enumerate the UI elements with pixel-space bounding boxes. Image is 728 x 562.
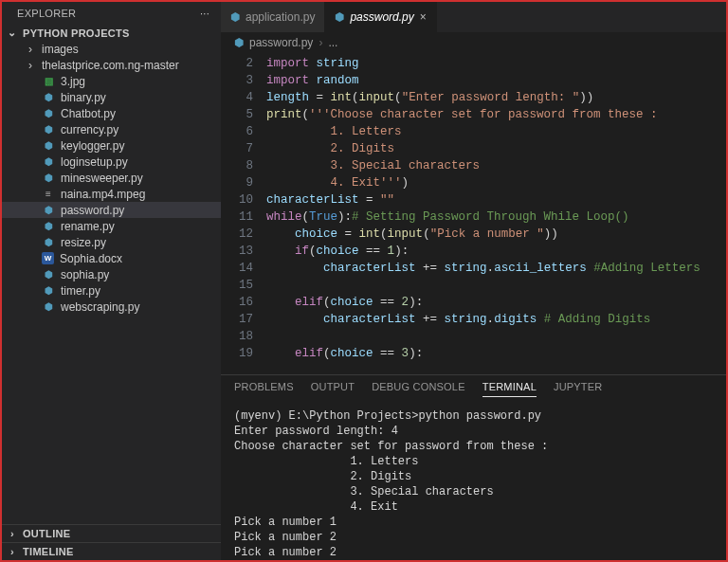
file-tree-item[interactable]: ⬢loginsetup.py [2, 154, 221, 170]
panel-tab-terminal[interactable]: TERMINAL [482, 381, 537, 397]
file-name: thelastprice.com.ng-master [42, 59, 179, 72]
python-file-icon: ⬢ [234, 36, 244, 49]
python-file-icon: ⬢ [42, 123, 55, 136]
explorer-header: EXPLORER ··· [2, 2, 221, 25]
file-name: timer.py [61, 284, 100, 298]
generic-file-icon: ≡ [42, 188, 55, 201]
timeline-label: TIMELINE [23, 546, 74, 557]
python-file-icon: ⬢ [42, 107, 55, 120]
code-editor[interactable]: 2345678910111213141516171819 import stri… [221, 53, 726, 374]
file-name: password.py [61, 204, 124, 217]
outline-section[interactable]: › OUTLINE [2, 524, 221, 542]
line-number-gutter: 2345678910111213141516171819 [221, 55, 266, 374]
file-name: 3.jpg [61, 75, 85, 88]
breadcrumb[interactable]: ⬢ password.py › ... [221, 32, 726, 53]
python-file-icon: ⬢ [42, 155, 55, 169]
file-tree-item[interactable]: ⬢binary.py [2, 89, 221, 105]
breadcrumb-more: ... [328, 36, 337, 49]
project-name: PYTHON PROJECTS [23, 27, 130, 39]
python-file-icon: ⬢ [42, 236, 55, 249]
file-tree-item[interactable]: ›thelastprice.com.ng-master [2, 57, 221, 73]
file-tree-item[interactable]: WSophia.docx [2, 250, 221, 266]
file-name: resize.py [61, 236, 106, 249]
bottom-panel: PROBLEMS OUTPUT DEBUG CONSOLE TERMINAL J… [221, 374, 726, 560]
python-file-icon: ⬢ [42, 220, 55, 233]
file-tree-item[interactable]: ⬢timer.py [2, 282, 221, 299]
panel-tab-debug[interactable]: DEBUG CONSOLE [372, 381, 465, 397]
chevron-down-icon: ⌄ [6, 27, 19, 39]
app-root: EXPLORER ··· ⌄ PYTHON PROJECTS ›images›t… [2, 2, 726, 560]
python-file-icon: ⬢ [42, 204, 55, 217]
file-name: keylogger.py [61, 139, 124, 153]
panel-tab-bar: PROBLEMS OUTPUT DEBUG CONSOLE TERMINAL J… [221, 375, 726, 403]
python-file-icon: ⬢ [230, 10, 240, 24]
file-tree-item[interactable]: ⬢sophia.py [2, 266, 221, 282]
file-name: binary.py [61, 91, 106, 104]
sidebar-bottom: › OUTLINE › TIMELINE [2, 524, 221, 560]
python-file-icon: ⬢ [335, 10, 344, 24]
main-area: ⬢ application.py ⬢ password.py × ⬢ passw… [221, 2, 726, 560]
chevron-right-icon: › [6, 528, 19, 539]
file-tree-item[interactable]: ⬢rename.py [2, 218, 221, 234]
file-name: sophia.py [61, 268, 109, 281]
python-file-icon: ⬢ [42, 91, 55, 104]
file-tree-item[interactable]: ⬢webscraping.py [2, 299, 221, 315]
file-name: Sophia.docx [60, 252, 122, 265]
file-name: images [42, 43, 79, 56]
file-name: webscraping.py [61, 300, 139, 314]
timeline-section[interactable]: › TIMELINE [2, 542, 221, 560]
word-file-icon: W [42, 252, 54, 264]
python-file-icon: ⬢ [42, 172, 55, 185]
panel-tab-problems[interactable]: PROBLEMS [234, 381, 294, 397]
outline-label: OUTLINE [23, 528, 70, 539]
more-icon[interactable]: ··· [200, 8, 209, 19]
breadcrumb-file: password.py [249, 36, 313, 49]
python-file-icon: ⬢ [42, 300, 55, 314]
terminal-output[interactable]: (myenv) E:\Python Projects>python passwo… [221, 403, 726, 560]
file-name: loginsetup.py [61, 155, 128, 169]
python-file-icon: ⬢ [42, 284, 55, 298]
file-tree: ›images›thelastprice.com.ng-master▧3.jpg… [2, 41, 221, 524]
file-name: Chatbot.py [61, 107, 116, 120]
close-icon[interactable]: × [420, 10, 427, 24]
file-tree-item[interactable]: ⬢minesweeper.py [2, 170, 221, 186]
file-tree-item[interactable]: ⬢password.py [2, 202, 221, 218]
file-tree-item[interactable]: ⬢resize.py [2, 234, 221, 250]
file-tree-item[interactable]: ≡naina.mp4.mpeg [2, 186, 221, 202]
file-name: minesweeper.py [61, 172, 143, 185]
tab-application[interactable]: ⬢ application.py [221, 2, 325, 32]
file-name: currency.py [61, 123, 118, 136]
python-file-icon: ⬢ [42, 268, 55, 281]
tab-label: application.py [246, 10, 315, 24]
file-name: rename.py [61, 220, 115, 233]
panel-tab-jupyter[interactable]: JUPYTER [554, 381, 603, 397]
panel-tab-output[interactable]: OUTPUT [311, 381, 355, 397]
file-tree-item[interactable]: ⬢Chatbot.py [2, 105, 221, 121]
code-content[interactable]: import stringimport randomlength = int(i… [266, 55, 726, 374]
file-tree-item[interactable]: ⬢keylogger.py [2, 137, 221, 154]
file-name: naina.mp4.mpeg [61, 188, 145, 201]
chevron-right-icon: › [25, 43, 36, 56]
explorer-sidebar: EXPLORER ··· ⌄ PYTHON PROJECTS ›images›t… [2, 2, 221, 560]
explorer-title: EXPLORER [17, 8, 76, 19]
python-file-icon: ⬢ [42, 139, 55, 153]
chevron-right-icon: › [6, 546, 19, 557]
chevron-right-icon: › [25, 59, 36, 72]
image-file-icon: ▧ [42, 75, 55, 88]
file-tree-item[interactable]: ⬢currency.py [2, 121, 221, 137]
tab-bar: ⬢ application.py ⬢ password.py × [221, 2, 726, 32]
breadcrumb-separator-icon: › [318, 36, 322, 49]
project-header[interactable]: ⌄ PYTHON PROJECTS [2, 25, 221, 41]
file-tree-item[interactable]: ›images [2, 41, 221, 57]
file-tree-item[interactable]: ▧3.jpg [2, 73, 221, 89]
tab-password[interactable]: ⬢ password.py × [325, 2, 436, 32]
tab-label: password.py [350, 10, 413, 24]
